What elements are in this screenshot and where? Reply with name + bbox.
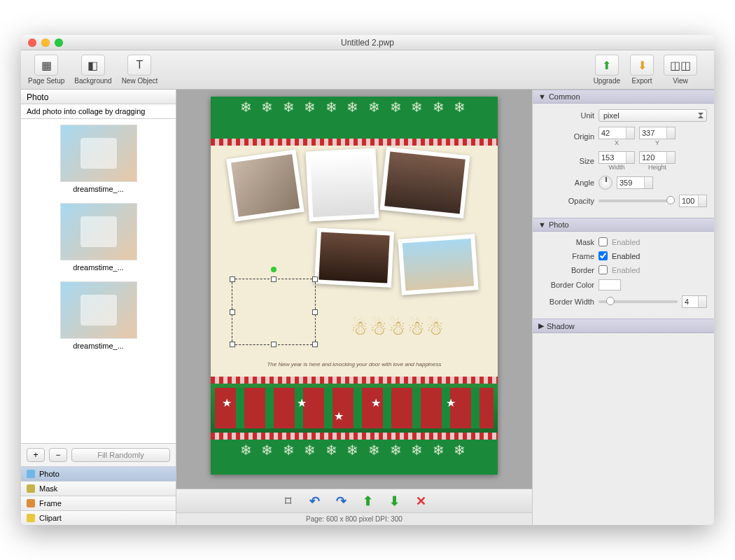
tab-mask[interactable]: Mask	[21, 481, 176, 496]
send-backward-button[interactable]: ⬇	[386, 493, 402, 510]
border-width-slider[interactable]	[598, 300, 678, 303]
photo-tab-icon	[27, 470, 35, 478]
mask-checkbox[interactable]	[598, 237, 608, 246]
add-button[interactable]: +	[27, 448, 45, 462]
canvas-area: ☃☃☃☃☃ The New year is here and knocking …	[176, 90, 532, 525]
disclosure-icon: ▼	[538, 220, 546, 229]
slider-knob[interactable]	[666, 196, 675, 204]
border-label: Border	[540, 266, 594, 274]
export-icon: ⬇	[630, 55, 654, 76]
tab-clipart[interactable]: Clipart	[21, 510, 176, 525]
stepper-icon[interactable]	[626, 152, 634, 163]
left-tabs: Photo Mask Frame Clipart	[21, 466, 176, 525]
common-section-header[interactable]: ▼Common	[533, 90, 714, 104]
thumbnail-list: dreamstime_... dreamstime_... dreamstime…	[21, 119, 176, 443]
collage-photo[interactable]	[305, 148, 379, 221]
collage-photo[interactable]	[380, 147, 470, 218]
collage-photo[interactable]	[398, 234, 478, 295]
resize-handle[interactable]	[230, 342, 235, 347]
resize-handle[interactable]	[271, 276, 276, 282]
background-button[interactable]: ◧Background	[74, 55, 111, 85]
angle-dial[interactable]	[598, 176, 612, 190]
bring-forward-button[interactable]: ⬆	[359, 493, 376, 510]
resize-handle[interactable]	[230, 276, 235, 282]
opacity-slider[interactable]	[598, 200, 675, 202]
stepper-icon[interactable]	[626, 127, 634, 139]
thumbnail-icon	[60, 203, 137, 260]
common-section: Unitpixel Origin 42X 337Y Size 153Width …	[533, 104, 714, 218]
collage-caption[interactable]: The New year is here and knocking your d…	[211, 361, 498, 368]
thumbnail-icon	[60, 125, 137, 182]
export-button[interactable]: ⬇Export	[630, 55, 654, 85]
size-label: Size	[540, 157, 594, 165]
mask-label: Mask	[540, 238, 594, 246]
disclosure-icon: ▼	[538, 92, 546, 101]
border-color-swatch[interactable]	[598, 279, 621, 290]
left-panel-buttons: + − Fill Randomly	[21, 443, 176, 466]
view-button[interactable]: ◫◫View	[664, 55, 697, 85]
red-divider	[211, 433, 498, 440]
snowflake-banner-top	[211, 97, 498, 139]
disclosure-icon: ▶	[538, 321, 544, 330]
stepper-icon[interactable]	[698, 296, 706, 307]
list-item[interactable]: dreamstime_...	[27, 203, 170, 272]
view-icon: ◫◫	[664, 55, 697, 76]
border-checkbox[interactable]	[598, 265, 608, 274]
crop-button[interactable]: ⌑	[279, 493, 296, 510]
shadow-section-header[interactable]: ▶Shadow	[533, 318, 714, 333]
origin-x-field[interactable]: 42	[598, 127, 635, 139]
resize-handle[interactable]	[312, 276, 318, 282]
unit-select[interactable]: pixel	[598, 109, 707, 122]
delete-button[interactable]: ✕	[412, 493, 429, 510]
origin-label: Origin	[540, 132, 594, 141]
resize-handle[interactable]	[271, 342, 276, 347]
fill-randomly-button[interactable]: Fill Randomly	[71, 448, 170, 462]
left-panel-header: Photo	[21, 90, 176, 104]
tab-frame[interactable]: Frame	[21, 496, 176, 510]
canvas-toolbar: ⌑ ↶ ↷ ⬆ ⬇ ✕	[176, 489, 532, 512]
list-item[interactable]: dreamstime_...	[27, 281, 170, 350]
inspector-panel: ▼Common Unitpixel Origin 42X 337Y Size 1…	[532, 90, 714, 525]
undo-button[interactable]: ↶	[306, 493, 323, 510]
app-window: Untitled 2.pwp ▦Page Setup ◧Background T…	[21, 35, 714, 525]
frame-checkbox[interactable]	[598, 251, 608, 260]
redo-button[interactable]: ↷	[332, 493, 349, 510]
mask-tab-icon	[27, 484, 35, 493]
tab-photo[interactable]: Photo	[21, 466, 176, 481]
background-icon: ◧	[81, 55, 105, 76]
collage-photo[interactable]	[226, 149, 304, 221]
gifts-banner	[211, 384, 498, 433]
collage-canvas[interactable]: ☃☃☃☃☃ The New year is here and knocking …	[211, 97, 498, 475]
slider-knob[interactable]	[606, 297, 615, 305]
stepper-icon[interactable]	[666, 152, 675, 163]
resize-handle[interactable]	[230, 309, 235, 315]
titlebar: Untitled 2.pwp	[21, 35, 714, 50]
collage-middle: ☃☃☃☃☃ The New year is here and knocking …	[211, 146, 498, 377]
collage-photo[interactable]	[314, 227, 394, 288]
stepper-icon[interactable]	[644, 177, 652, 188]
resize-handle[interactable]	[312, 342, 318, 347]
photo-section-header[interactable]: ▼Photo	[533, 218, 714, 232]
frame-label: Frame	[540, 252, 594, 260]
new-object-button[interactable]: TNew Object	[122, 55, 158, 85]
stepper-icon[interactable]	[666, 127, 675, 139]
selection-box[interactable]	[232, 279, 316, 345]
page-setup-button[interactable]: ▦Page Setup	[28, 55, 64, 85]
list-item[interactable]: dreamstime_...	[27, 125, 170, 193]
angle-field[interactable]: 359	[617, 176, 653, 189]
toolbar: ▦Page Setup ◧Background TNew Object ⬆Upg…	[21, 50, 714, 90]
opacity-field[interactable]: 100	[679, 195, 707, 207]
height-field[interactable]: 120	[639, 151, 676, 164]
resize-handle[interactable]	[312, 309, 318, 315]
status-bar: Page: 600 x 800 pixel DPI: 300	[176, 512, 532, 525]
rotate-handle[interactable]	[271, 267, 276, 272]
snowmen-clipart[interactable]: ☃☃☃☃☃	[351, 316, 445, 340]
width-field[interactable]: 153	[598, 151, 635, 164]
stepper-icon[interactable]	[698, 195, 706, 206]
frame-tab-icon	[27, 499, 35, 507]
origin-y-field[interactable]: 337	[639, 127, 676, 139]
remove-button[interactable]: −	[49, 448, 67, 462]
upgrade-button[interactable]: ⬆Upgrade	[594, 55, 620, 85]
page-setup-icon: ▦	[34, 55, 58, 76]
border-width-field[interactable]: 4	[682, 295, 707, 308]
